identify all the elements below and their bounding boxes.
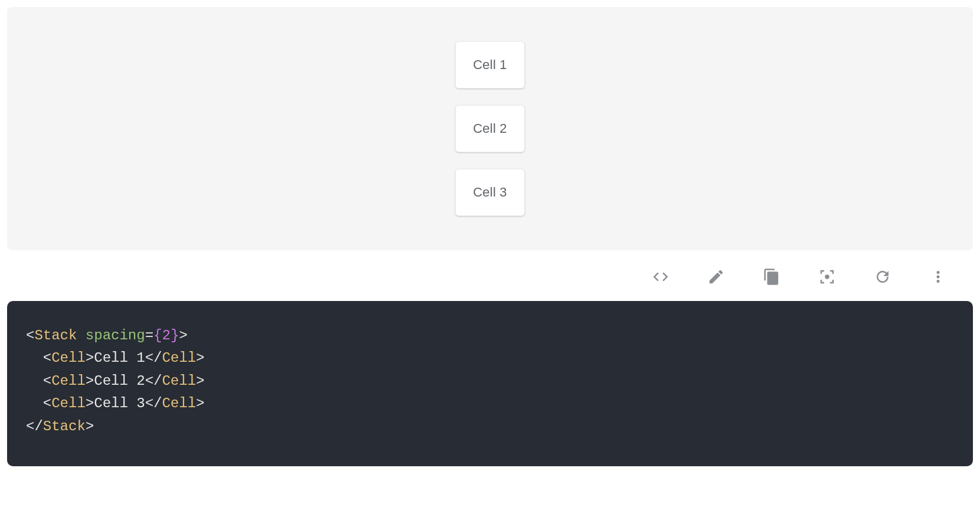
code-toolbar: [7, 250, 973, 301]
angle-open: <: [26, 328, 34, 343]
cell-text-2: Cell 2: [94, 373, 145, 389]
tag-cell-2-open: Cell: [51, 373, 86, 389]
cell-text-1: Cell 1: [94, 350, 145, 366]
copy-icon: [763, 268, 780, 286]
tag-cell-3-close: Cell: [162, 395, 196, 411]
fullscreen-scan-icon: [818, 268, 836, 286]
preview-cell-2: Cell 2: [455, 105, 525, 152]
preview-cell-3: Cell 3: [455, 169, 525, 216]
more-vert-icon: [929, 268, 947, 286]
edit-button[interactable]: [705, 266, 727, 288]
tag-stack-close: Stack: [43, 418, 86, 434]
tag-stack-open: Stack: [34, 328, 77, 343]
code-panel: <Stack spacing={2}> <Cell>Cell 1</Cell> …: [7, 301, 973, 466]
spacing-value: 2: [162, 328, 170, 343]
more-button[interactable]: [927, 266, 949, 288]
show-code-button[interactable]: [649, 266, 672, 288]
scan-button[interactable]: [816, 266, 838, 288]
tag-cell-2-close: Cell: [162, 373, 196, 389]
pencil-icon: [707, 268, 725, 286]
preview-panel: Cell 1 Cell 2 Cell 3: [7, 7, 973, 250]
attr-spacing: spacing: [86, 328, 145, 343]
code-icon: [652, 268, 669, 286]
tag-cell-3-open: Cell: [51, 395, 86, 411]
copy-button[interactable]: [760, 266, 783, 288]
refresh-button[interactable]: [871, 266, 894, 288]
preview-cell-1: Cell 1: [455, 41, 525, 89]
tag-cell-1-close: Cell: [162, 350, 196, 366]
stack-preview: Cell 1 Cell 2 Cell 3: [455, 41, 525, 216]
refresh-icon: [874, 268, 891, 286]
cell-text-3: Cell 3: [94, 395, 145, 411]
tag-cell-1-open: Cell: [51, 350, 86, 366]
